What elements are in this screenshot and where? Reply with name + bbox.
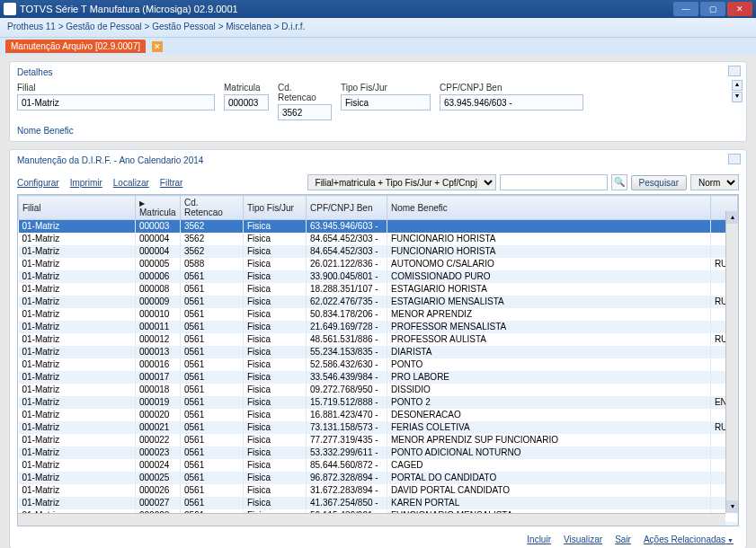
table-row[interactable]: 01-Matriz0000250561Fisica96.872.328/894 …: [19, 472, 738, 484]
breadcrumb-item[interactable]: Gestão Pessoal: [152, 22, 216, 31]
table-row[interactable]: 01-Matriz0000240561Fisica85.644.560/872 …: [19, 459, 738, 472]
table-cell: Fisica: [244, 384, 307, 396]
tab-manutencao[interactable]: Manutenção Arquivo [02.9.0007]: [5, 40, 146, 53]
table-cell: Fisica: [244, 233, 307, 245]
table-cell: 52.586.432/630 -: [307, 358, 387, 371]
tipofisjur-label: Tipo Fis/Jur: [341, 83, 431, 93]
col-matricula[interactable]: ▶ Matricula: [136, 196, 181, 220]
breadcrumb-item[interactable]: Gestão de Pessoal: [66, 22, 142, 31]
table-cell: PONTO ADICIONAL NOTURNO: [387, 446, 711, 459]
table-row[interactable]: 01-Matriz0000210561Fisica73.131.158/573 …: [19, 421, 738, 434]
tab-close-button[interactable]: ✕: [152, 41, 163, 52]
search-icon[interactable]: 🔍: [611, 174, 627, 190]
tipofisjur-input[interactable]: [341, 94, 431, 110]
maximize-button[interactable]: ▢: [700, 2, 725, 16]
vertical-scrollbar[interactable]: ▲ ▼: [725, 211, 738, 513]
table-row[interactable]: 01-Matriz0000120561Fisica48.561.531/886 …: [19, 333, 738, 346]
table-row[interactable]: 01-Matriz0000043562Fisica84.654.452/303 …: [19, 233, 738, 245]
table-cell: PONTO 2: [387, 396, 711, 409]
table-cell: 0561: [181, 434, 244, 446]
incluir-link[interactable]: Incluir: [527, 535, 551, 544]
visualizar-link[interactable]: Visualizar: [564, 535, 602, 544]
table-cell: 18.288.351/107 -: [307, 283, 387, 296]
table-row[interactable]: 01-Matriz0000200561Fisica16.881.423/470 …: [19, 409, 738, 421]
table-cell: 000019: [136, 396, 181, 409]
table-row[interactable]: 01-Matriz0000130561Fisica55.234.153/835 …: [19, 346, 738, 358]
table-row[interactable]: 01-Matriz0000110561Fisica21.649.169/728 …: [19, 321, 738, 333]
table-row[interactable]: 01-Matriz0000090561Fisica62.022.476/735 …: [19, 296, 738, 308]
col-tipofisjur[interactable]: Tipo Fis/Jur: [244, 196, 307, 220]
cdretencao-input[interactable]: [278, 104, 332, 120]
breadcrumb-item[interactable]: Miscelanea: [226, 22, 271, 31]
table-cell: 01-Matriz: [19, 308, 136, 321]
filtrar-link[interactable]: Filtrar: [160, 178, 183, 188]
minimize-button[interactable]: —: [673, 2, 698, 16]
scroll-down-icon[interactable]: ▼: [726, 500, 739, 513]
table-cell: 01-Matriz: [19, 472, 136, 484]
table-row[interactable]: 01-Matriz0000270561Fisica41.367.254/850 …: [19, 497, 738, 509]
acoes-relacionadas-link[interactable]: Ações Relacionadas: [644, 535, 734, 544]
table-row[interactable]: 01-Matriz0000060561Fisica33.900.045/801 …: [19, 270, 738, 283]
scroll-up-icon[interactable]: ▲: [726, 211, 739, 224]
table-row[interactable]: 01-Matriz0000180561Fisica09.272.768/950 …: [19, 384, 738, 396]
panel-collapse-button[interactable]: [728, 66, 741, 76]
table-row[interactable]: 01-Matriz0000260561Fisica31.672.283/894 …: [19, 484, 738, 497]
breadcrumb-item[interactable]: D.i.r.f.: [281, 22, 305, 31]
table-row[interactable]: 01-Matriz0000160561Fisica52.586.432/630 …: [19, 358, 738, 371]
window-title: TOTVS Série T Manufatura (Microsiga) 02.…: [20, 4, 672, 14]
scroll-down-button[interactable]: ▼: [732, 92, 743, 102]
table-row[interactable]: 01-Matriz0000100561Fisica50.834.178/206 …: [19, 308, 738, 321]
imprimir-link[interactable]: Imprimir: [70, 178, 102, 188]
table-cell: Fisica: [244, 308, 307, 321]
filial-input[interactable]: [17, 94, 215, 110]
table-row[interactable]: 01-Matriz0000220561Fisica77.277.319/435 …: [19, 434, 738, 446]
table-cell: 96.872.328/894 -: [307, 472, 387, 484]
table-row[interactable]: 01-Matriz0000190561Fisica15.719.512/888 …: [19, 396, 738, 409]
table-cell: 01-Matriz: [19, 358, 136, 371]
table-cell: DISSIDIO: [387, 384, 711, 396]
table-cell: 000009: [136, 296, 181, 308]
table-cell: Fisica: [244, 421, 307, 434]
table-row[interactable]: 01-Matriz0000050588Fisica26.021.122/836 …: [19, 258, 738, 270]
table-cell: 01-Matriz: [19, 371, 136, 384]
panel-collapse-button[interactable]: [728, 154, 741, 164]
table-cell: PROFESSOR AULISTA: [387, 333, 711, 346]
horizontal-scrollbar[interactable]: [18, 513, 725, 526]
col-nomebenefic[interactable]: Nome Benefic: [387, 196, 711, 220]
table-cell: 000016: [136, 358, 181, 371]
configurar-link[interactable]: Configurar: [17, 178, 59, 188]
filter-select[interactable]: Filial+matricula + Tipo Fis/Jur + Cpf/Cn…: [307, 174, 496, 190]
table-cell: MENOR APRENDIZ SUP FUNCIONARIO: [387, 434, 711, 446]
sair-link[interactable]: Sair: [615, 535, 631, 544]
table-cell: 01-Matriz: [19, 233, 136, 245]
table-row[interactable]: 01-Matriz0000080561Fisica18.288.351/107 …: [19, 283, 738, 296]
scroll-up-button[interactable]: ▲: [732, 80, 743, 91]
table-cell: 0561: [181, 421, 244, 434]
view-mode-select[interactable]: Normal: [690, 174, 739, 190]
cpfcnpj-input[interactable]: [440, 94, 583, 110]
table-cell: 01-Matriz: [19, 258, 136, 270]
table-cell: 0561: [181, 384, 244, 396]
col-cpfcnpj[interactable]: CPF/CNPJ Ben: [307, 196, 387, 220]
detalhes-title: Detalhes: [17, 66, 739, 83]
table-row[interactable]: 01-Matriz0000033562Fisica63.945.946/603 …: [19, 220, 738, 233]
col-filial[interactable]: Filial: [19, 196, 136, 220]
localizar-link[interactable]: Localizar: [113, 178, 149, 188]
tab-bar: Manutenção Arquivo [02.9.0007] ✕: [0, 38, 756, 56]
close-button[interactable]: ✕: [727, 2, 752, 16]
table-cell: Fisica: [244, 220, 307, 233]
search-input[interactable]: [500, 174, 608, 190]
table-row[interactable]: 01-Matriz0000043562Fisica84.654.452/303 …: [19, 245, 738, 258]
matricula-input[interactable]: [224, 94, 269, 110]
table-cell: 01-Matriz: [19, 245, 136, 258]
table-cell: ESTAGIARIO MENSALISTA: [387, 296, 711, 308]
table-row[interactable]: 01-Matriz0000230561Fisica53.332.299/611 …: [19, 446, 738, 459]
data-grid: Filial ▶ Matricula Cd. Retencao Tipo Fis…: [17, 194, 739, 526]
table-row[interactable]: 01-Matriz0000170561Fisica33.546.439/984 …: [19, 371, 738, 384]
table-cell: 000004: [136, 233, 181, 245]
breadcrumb-item[interactable]: Protheus 11: [7, 22, 56, 31]
col-cdretencao[interactable]: Cd. Retencao: [181, 196, 244, 220]
table-cell: 31.672.283/894 -: [307, 484, 387, 497]
pesquisar-button[interactable]: Pesquisar: [631, 175, 687, 190]
table-cell: PROFESSOR MENSALISTA: [387, 321, 711, 333]
